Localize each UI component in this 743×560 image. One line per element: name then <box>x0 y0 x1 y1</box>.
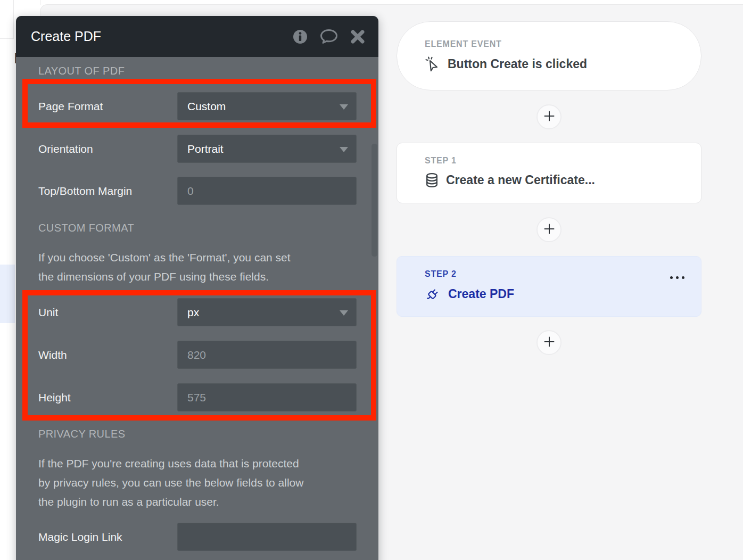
element-event-card[interactable]: ELEMENT EVENT Button Create is clicked <box>397 21 701 90</box>
height-row: Height <box>38 383 357 411</box>
custom-format-description: If you choose 'Custom' as the 'Format', … <box>38 248 357 286</box>
top-bottom-margin-label: Top/Bottom Margin <box>38 185 177 197</box>
section-custom-format: CUSTOM FORMAT <box>38 221 357 235</box>
unit-label: Unit <box>38 306 177 319</box>
width-row: Width <box>38 341 357 369</box>
info-icon[interactable] <box>292 29 308 45</box>
chevron-down-icon <box>340 104 348 110</box>
add-action-button[interactable] <box>536 330 562 355</box>
create-pdf-property-editor: Create PDF LAYOUT OF PDF Page Format Cus… <box>16 16 378 560</box>
step-menu-ellipsis-icon[interactable] <box>668 274 687 281</box>
chevron-down-icon <box>340 147 348 152</box>
modal-header: Create PDF <box>16 16 378 57</box>
top-bottom-margin-row: Top/Bottom Margin <box>38 177 357 205</box>
step-title: Create a new Certificate... <box>446 173 595 187</box>
plus-icon <box>543 335 556 350</box>
comment-icon[interactable] <box>319 28 339 45</box>
unit-row: Unit px <box>38 298 357 326</box>
canvas-gridline-vertical <box>13 0 14 38</box>
canvas-gridline-horizontal <box>0 38 14 39</box>
event-kind-label: ELEMENT EVENT <box>425 39 701 49</box>
plus-icon <box>543 110 556 125</box>
canvas-edge-line <box>40 0 40 5</box>
page-format-label: Page Format <box>38 100 177 113</box>
magic-login-link-label: Magic Login Link <box>38 531 177 543</box>
step-2-card[interactable]: STEP 2 Create PDF <box>397 256 701 317</box>
plug-icon <box>425 286 441 302</box>
magic-login-link-input[interactable] <box>177 523 357 551</box>
height-input[interactable] <box>177 383 357 411</box>
plus-icon <box>543 223 556 237</box>
height-label: Height <box>38 391 177 404</box>
cursor-click-icon <box>425 56 441 72</box>
chevron-down-icon <box>340 310 348 316</box>
database-icon <box>425 172 439 188</box>
orientation-select[interactable]: Portrait <box>177 135 357 163</box>
section-layout-of-pdf: LAYOUT OF PDF <box>38 64 357 78</box>
page-format-row: Page Format Custom <box>38 92 357 120</box>
add-action-button[interactable] <box>536 217 562 242</box>
magic-login-link-row: Magic Login Link <box>38 523 357 551</box>
step-title: Create PDF <box>448 287 514 301</box>
event-title: Button Create is clicked <box>448 57 587 71</box>
top-bottom-margin-input[interactable] <box>177 177 357 205</box>
page-format-select[interactable]: Custom <box>177 92 357 120</box>
section-privacy-rules: PRIVACY RULES <box>38 427 357 441</box>
close-icon[interactable] <box>350 29 366 45</box>
step-1-card[interactable]: STEP 1 Create a new Certificate... <box>397 143 701 203</box>
width-input[interactable] <box>177 341 357 369</box>
unit-select[interactable]: px <box>177 298 357 326</box>
modal-title: Create PDF <box>31 29 281 44</box>
step-kind-label: STEP 2 <box>425 269 701 279</box>
add-action-button[interactable] <box>536 104 562 129</box>
orientation-row: Orientation Portrait <box>38 135 357 163</box>
step-kind-label: STEP 1 <box>425 156 701 166</box>
modal-scrollbar-thumb[interactable] <box>372 144 377 257</box>
partially-hidden-selected-card <box>0 265 15 323</box>
privacy-rules-description: If the PDF you're creating uses data tha… <box>38 454 357 512</box>
width-label: Width <box>38 349 177 361</box>
orientation-label: Orientation <box>38 143 177 155</box>
